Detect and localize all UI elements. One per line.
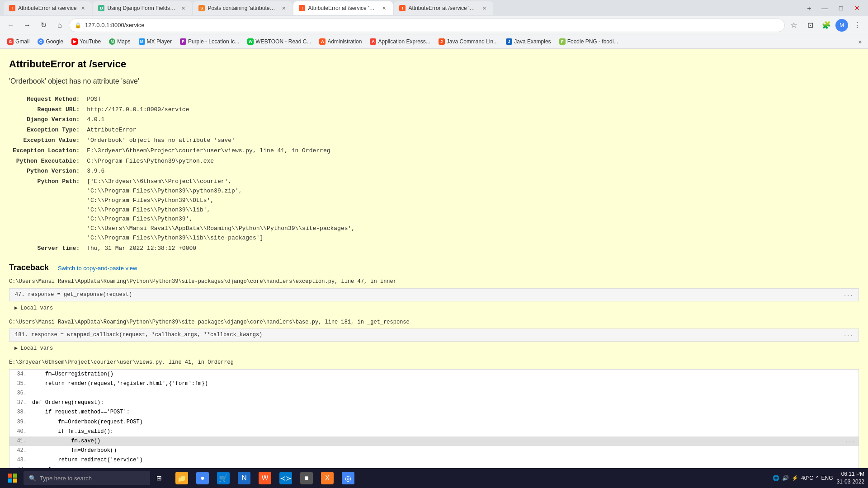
- task-view-button[interactable]: ⊞: [152, 471, 166, 485]
- code-dots: ...: [843, 291, 853, 299]
- bookmark-label: Purple - Location Ic...: [188, 38, 239, 45]
- traceback-path: C:\Users\Mansi Raval\AppData\Roaming\Pyt…: [9, 277, 859, 286]
- tab-close-button[interactable]: ✕: [481, 5, 488, 12]
- bookmark-bm2[interactable]: GGoogle: [34, 37, 67, 47]
- bookmark-label: Java Command Lin...: [447, 38, 498, 45]
- table-row: Python Version: 3.9.6: [9, 166, 359, 177]
- triangle-icon: ▶: [14, 304, 18, 313]
- bookmark-bm7[interactable]: WWEBTOON - Read C...: [244, 37, 315, 47]
- local-vars-toggle[interactable]: ▶Local vars: [9, 302, 859, 314]
- line-content: fm=Orderbook(request.POST): [32, 418, 859, 427]
- taskbar-app-xampp[interactable]: X: [317, 468, 337, 488]
- search-placeholder: Type here to search: [40, 475, 92, 482]
- taskbar-app-icon-explorer: 📁: [175, 472, 188, 484]
- line-content: def Orderreg(request):: [32, 399, 859, 407]
- bookmark-bm1[interactable]: GGmail: [4, 37, 33, 47]
- triangle-icon: ▶: [14, 344, 18, 353]
- bookmark-button[interactable]: ☆: [787, 18, 801, 33]
- tab-close-button[interactable]: ✕: [380, 5, 387, 12]
- forward-button[interactable]: →: [20, 18, 34, 33]
- tab-tab1[interactable]: !AttributeError at /service✕: [4, 1, 92, 15]
- line-number: 38.: [9, 408, 32, 417]
- close-button[interactable]: ✕: [850, 1, 864, 15]
- code-block: 47. response = get_response(request)...: [9, 288, 859, 301]
- bookmark-bm12[interactable]: FFoodie PNG - foodi...: [556, 37, 622, 47]
- tab-tab5[interactable]: !AttributeError at /service 'Orderb...✕: [394, 1, 493, 15]
- volume-icon[interactable]: 🔊: [782, 475, 789, 481]
- table-row: Django Version: 4.0.1: [9, 115, 359, 125]
- taskbar-app-icon-blank1: ■: [300, 472, 313, 484]
- local-vars-toggle[interactable]: ▶Local vars: [9, 343, 859, 355]
- taskbar-clock[interactable]: 06:11 PM 31-03-2022: [837, 470, 864, 486]
- line-content: return redirect('service'): [32, 456, 859, 465]
- code-line: 40. if fm.is_valid():: [9, 427, 859, 436]
- python-path-line: 'C:\\Program Files\\Python39\\lib',: [87, 206, 355, 215]
- request-url-label: Request URL:: [9, 105, 83, 115]
- title-bar: !AttributeError at /service✕DUsing Djang…: [0, 0, 868, 16]
- taskbar-app-explorer[interactable]: 📁: [172, 468, 192, 488]
- traceback-section: Traceback Switch to copy-and-paste view: [9, 261, 859, 274]
- table-row: Python Path: ['E:\\3rdyear\\6thsem\\Proj…: [9, 177, 359, 244]
- python-path-line: ['E:\\3rdyear\\6thsem\\Project\\courier'…: [87, 177, 355, 187]
- lock-icon: 🔒: [75, 22, 81, 28]
- bookmark-bm4[interactable]: MMaps: [105, 37, 134, 47]
- search-icon: 🔍: [29, 475, 36, 482]
- bookmark-bm10[interactable]: JJava Command Lin...: [435, 37, 501, 47]
- line-content: fm=Userregistration(): [32, 370, 859, 379]
- code-block: 181. response = wrapped_callback(request…: [9, 328, 859, 342]
- switch-link[interactable]: Switch to copy-and-paste view: [58, 265, 137, 272]
- tab-tab3[interactable]: SPosts containing 'attributeerror a...✕: [193, 1, 292, 15]
- code-line: 38. if request.method=='POST':: [9, 408, 859, 417]
- taskbar-app-msstore[interactable]: 🛒: [213, 468, 233, 488]
- taskbar-app-winamp[interactable]: W: [255, 468, 275, 488]
- reload-button[interactable]: ↻: [36, 18, 51, 33]
- bookmark-bm6[interactable]: PPurple - Location Ic...: [176, 37, 243, 47]
- profile-button[interactable]: M: [835, 19, 848, 32]
- line-content: fm=Orderbook(): [32, 446, 859, 455]
- taskbar-app-icon-chrome: ●: [196, 472, 209, 484]
- tab-close-button[interactable]: ✕: [79, 5, 86, 12]
- bookmark-bm8[interactable]: AAdministration: [316, 37, 365, 47]
- menu-button[interactable]: ⋮: [850, 18, 864, 33]
- tab-close-button[interactable]: ✕: [179, 5, 187, 12]
- python-path-label: Python Path:: [9, 177, 83, 244]
- info-table: Request Method: POST Request URL: http:/…: [9, 94, 359, 254]
- taskbar-app-localhost[interactable]: ◎: [338, 468, 358, 488]
- exception-type-label: Exception Type:: [9, 125, 83, 136]
- network-icon[interactable]: 🌐: [773, 475, 779, 481]
- code-line-text: 181. response = wrapped_callback(request…: [15, 331, 262, 339]
- tab-tab2[interactable]: DUsing Django Form Fields, Widg...✕: [93, 1, 192, 15]
- chevron-icon[interactable]: ^: [816, 475, 819, 481]
- taskbar-app-blank1[interactable]: ■: [297, 468, 316, 488]
- bookmark-bm3[interactable]: ▶YouTube: [68, 37, 104, 47]
- bookmark-label: WEBTOON - Read C...: [255, 38, 311, 45]
- tab-close-button[interactable]: ✕: [280, 5, 287, 12]
- bookmark-bm9[interactable]: AApplication Express...: [366, 37, 434, 47]
- battery-icon[interactable]: ⚡: [792, 475, 798, 481]
- python-path-line: 'C:\\Program Files\\Python39\\lib\\site-…: [87, 234, 355, 243]
- code-line: 36.: [9, 389, 859, 398]
- taskbar-app-netbeans[interactable]: N: [234, 468, 254, 488]
- back-button[interactable]: ←: [4, 18, 18, 33]
- table-row: Exception Value: 'Orderbook' object has …: [9, 136, 359, 146]
- cast-button[interactable]: ⊡: [803, 18, 817, 33]
- new-tab-button[interactable]: +: [803, 2, 816, 15]
- page-content: AttributeError at /service 'Orderbook' o…: [0, 49, 868, 488]
- maximize-button[interactable]: □: [834, 1, 848, 15]
- bookmark-bm5[interactable]: MMX Player: [135, 37, 175, 47]
- taskbar-app-chrome[interactable]: ●: [193, 468, 212, 488]
- taskbar-search[interactable]: 🔍 Type here to search: [24, 471, 150, 485]
- bookmarks-bar: GGmailGGoogle▶YouTubeMMapsMMX PlayerPPur…: [0, 34, 868, 49]
- table-row: Server time: Thu, 31 Mar 2022 12:38:12 +…: [9, 244, 359, 254]
- extensions-button[interactable]: 🧩: [819, 18, 834, 33]
- start-button[interactable]: [4, 469, 22, 487]
- taskbar-app-vscode[interactable]: ≺≻: [276, 468, 296, 488]
- address-bar[interactable]: 🔒 127.0.0.1:8000/service: [69, 19, 785, 32]
- bookmark-label: Gmail: [15, 38, 29, 45]
- tab-tab4[interactable]: !AttributeError at /service 'Orderb...✕: [293, 1, 393, 15]
- line-number: 41.: [9, 437, 32, 446]
- bookmark-bm11[interactable]: JJava Examples: [502, 37, 554, 47]
- bookmarks-overflow[interactable]: »: [855, 36, 864, 47]
- home-button[interactable]: ⌂: [52, 18, 67, 33]
- minimize-button[interactable]: —: [817, 1, 832, 15]
